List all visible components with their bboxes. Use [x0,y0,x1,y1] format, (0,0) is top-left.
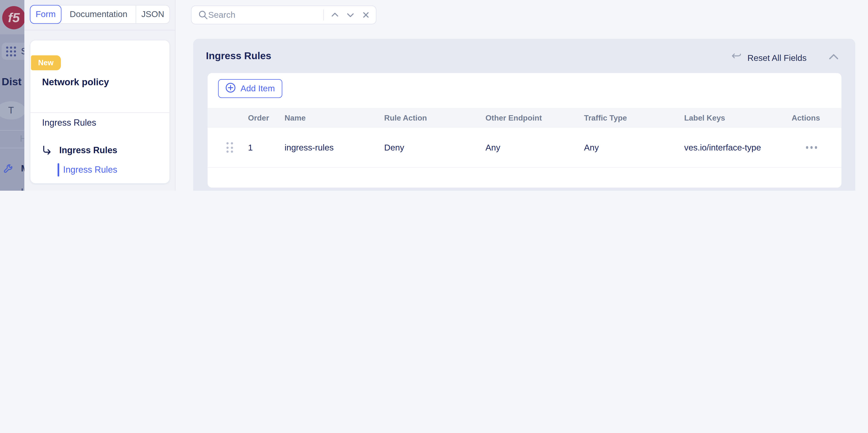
header-label-keys: Label Keys [684,114,792,122]
tree-child-ingress-rules[interactable]: Ingress Rules [59,146,117,156]
form-title: Network policy [42,77,109,88]
cell-other-endpoint: Any [486,143,584,152]
tab-documentation[interactable]: Documentation [61,6,135,23]
tree-grandchild-ingress-rules-active[interactable]: Ingress Rules [63,165,117,175]
undo-icon [731,52,742,64]
row-actions-menu-icon[interactable] [792,146,841,149]
cell-name: ingress-rules [284,143,384,152]
app-viewport: f5 S Dist T H M L V A S v R S A S N [0,0,868,191]
tree-branch-arrow-icon [41,145,52,155]
add-item-button[interactable]: Add Item [218,79,282,98]
search-prev-icon[interactable] [327,7,343,23]
service-heading: Dist [2,76,22,88]
table-row: 1 ingress-rules Deny Any Any ves.io/inte… [208,128,841,168]
tab-json[interactable]: JSON [136,6,169,23]
table-header-row: Order Name Rule Action Other Endpoint Tr… [208,108,841,128]
cell-order: 1 [248,143,284,152]
plus-circle-icon [225,82,236,95]
view-mode-tabs: Form Documentation JSON [30,5,170,24]
form-nav-card: New Network policy Ingress Rules Ingress… [30,40,170,184]
breadcrumb-initial: H [20,134,24,144]
active-item-indicator [58,163,59,177]
tab-form[interactable]: Form [30,5,62,24]
panel-title: Ingress Rules [206,51,271,62]
namespace-selector[interactable]: T [0,101,24,120]
cell-traffic-type: Any [584,143,684,152]
service-initial: S [21,46,24,56]
collapse-chevron-icon[interactable] [828,53,839,61]
f5-logo: f5 [2,6,24,29]
header-other-endpoint: Other Endpoint [486,114,584,122]
search-divider [323,9,324,21]
dimmed-app-sidebar: f5 S Dist T H M L V A S v R S A S N [0,0,24,191]
ingress-rules-panel: Ingress Rules Reset All Fields Add Item … [193,39,855,190]
search-input[interactable] [208,10,320,20]
search-bar [191,6,376,24]
sidebar-item-manage[interactable]: M [0,163,24,175]
new-badge: New [31,55,61,70]
reset-all-fields-button[interactable]: Reset All Fields [731,52,807,64]
header-name: Name [284,114,384,122]
drag-handle-icon[interactable] [226,142,248,153]
sidebar-item-0[interactable]: L [0,186,24,190]
cell-rule-action: Deny [384,143,486,152]
card-divider [30,112,169,113]
apps-grid-icon [6,46,16,56]
panel-divider [24,30,176,30]
form-side-panel: Form Documentation JSON New Network poli… [24,0,176,191]
cell-label-keys: ves.io/interface-type [684,143,792,152]
search-icon [191,10,208,20]
wrench-icon [3,163,13,174]
header-traffic-type: Traffic Type [584,114,684,122]
namespace-initial: T [8,105,14,116]
service-switcher-button[interactable]: S [2,42,24,60]
header-rule-action: Rule Action [384,114,486,122]
rules-table-card: Add Item Order Name Rule Action Other En… [208,73,841,187]
tree-section-ingress-rules[interactable]: Ingress Rules [42,118,96,128]
breadcrumb-band: H [0,130,24,148]
search-next-icon[interactable] [343,7,359,23]
search-close-icon[interactable] [358,7,374,23]
header-order: Order [248,114,284,122]
f5-logo-text: f5 [8,10,20,26]
header-actions: Actions [792,114,841,122]
